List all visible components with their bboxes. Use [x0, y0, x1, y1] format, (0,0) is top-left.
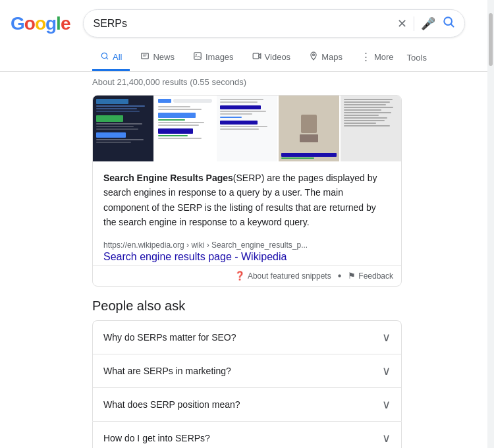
tab-videos[interactable]: Videos: [244, 45, 299, 71]
snippet-bold-term: Search Engine Results Pages: [103, 173, 233, 183]
svg-rect-9: [253, 53, 259, 58]
tab-maps[interactable]: Maps: [301, 45, 350, 71]
tab-all[interactable]: All: [92, 45, 130, 71]
search-bar: SERPs ✕ 🎤: [83, 9, 465, 38]
help-icon: ❓: [234, 271, 245, 281]
snippet-image-strip: [93, 96, 401, 161]
tab-maps-label: Maps: [321, 52, 343, 62]
news-tab-icon: [140, 51, 150, 63]
paa-title: People also ask: [92, 298, 402, 314]
images-tab-icon: [193, 51, 202, 63]
paa-question-3: What does SERP position mean?: [103, 399, 240, 410]
tab-news-label: News: [153, 52, 175, 62]
paa-question-2: What are SERPs in marketing?: [103, 366, 231, 376]
people-also-ask-section: People also ask Why do SERPs matter for …: [92, 298, 402, 448]
snippet-image-3: [217, 96, 279, 161]
search-icon[interactable]: [442, 15, 455, 32]
paa-question-1: Why do SERPs matter for SEO?: [103, 332, 236, 343]
tab-images-label: Images: [206, 52, 234, 62]
snippet-body: Search Engine Results Pages(SERP) are th…: [93, 161, 401, 237]
tools-button[interactable]: Tools: [404, 46, 429, 69]
snippet-abbr: (SERP): [233, 173, 264, 183]
tab-more[interactable]: ⋮ More: [353, 44, 402, 71]
google-logo: Google: [11, 13, 70, 34]
paa-chevron-4: ∨: [382, 431, 391, 445]
paa-item-2[interactable]: What are SERPs in marketing? ∨: [92, 354, 402, 387]
header: Google SERPs ✕ 🎤: [0, 0, 494, 44]
maps-tab-icon: [309, 51, 318, 63]
about-featured-snippets-button[interactable]: ❓ About featured snippets: [234, 271, 331, 281]
snippet-image-2: [155, 96, 217, 161]
paa-chevron-3: ∨: [382, 397, 391, 412]
scrollbar-thumb[interactable]: [489, 13, 493, 66]
tab-videos-label: Videos: [265, 52, 291, 62]
snippet-image-4: [279, 96, 341, 161]
snippet-feedback-button[interactable]: ⚑ Feedback: [348, 271, 393, 281]
svg-line-3: [106, 57, 107, 59]
featured-snippet: Search Engine Results Pages(SERP) are th…: [92, 95, 402, 287]
paa-question-4: How do I get into SERPs?: [103, 433, 210, 443]
snippet-image-5: [341, 96, 401, 161]
clear-icon[interactable]: ✕: [397, 16, 407, 31]
divider: [414, 16, 414, 31]
paa-chevron-1: ∨: [382, 330, 391, 345]
tab-all-label: All: [113, 52, 122, 62]
snippet-image-1: [93, 96, 155, 161]
feedback-icon: ⚑: [348, 271, 356, 281]
tab-news[interactable]: News: [132, 45, 182, 71]
videos-tab-icon: [252, 51, 261, 63]
microphone-icon[interactable]: 🎤: [421, 16, 435, 31]
paa-item-3[interactable]: What does SERP position mean? ∨: [92, 387, 402, 421]
svg-line-1: [451, 24, 454, 27]
svg-rect-7: [194, 52, 202, 59]
source-link[interactable]: Search engine results page - Wikipedia: [103, 251, 287, 262]
paa-item-4[interactable]: How do I get into SERPs? ∨: [92, 421, 402, 448]
scrollbar[interactable]: [487, 0, 494, 448]
results-count: About 21,400,000 results (0.55 seconds): [0, 72, 494, 92]
tab-images[interactable]: Images: [185, 45, 242, 71]
all-tab-icon: [100, 51, 109, 63]
tab-more-label: More: [374, 52, 394, 62]
snippet-footer: ❓ About featured snippets • ⚑ Feedback: [93, 266, 401, 286]
nav-tabs: All News Images Videos: [0, 44, 494, 72]
snippet-text: Search Engine Results Pages(SERP) are th…: [103, 171, 391, 230]
search-input[interactable]: SERPs: [93, 18, 391, 30]
svg-point-10: [313, 53, 315, 55]
more-tab-icon: ⋮: [361, 51, 371, 63]
source-url: https://en.wikipedia.org › wiki › Search…: [103, 240, 391, 250]
paa-chevron-2: ∨: [382, 364, 391, 378]
footer-separator: •: [338, 270, 342, 282]
paa-item-1[interactable]: Why do SERPs matter for SEO? ∨: [92, 320, 402, 354]
snippet-source: https://en.wikipedia.org › wiki › Search…: [93, 237, 401, 266]
svg-point-8: [196, 54, 197, 55]
